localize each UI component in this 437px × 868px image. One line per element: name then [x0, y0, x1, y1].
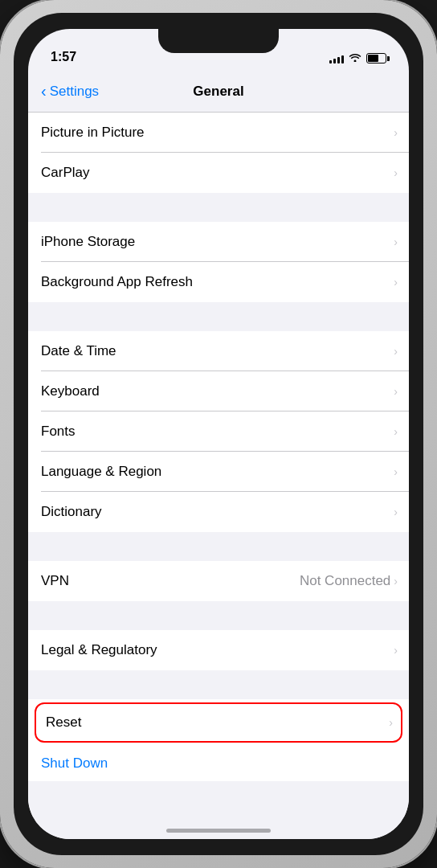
- list-section-4: VPN Not Connected ›: [28, 561, 409, 601]
- list-item-carplay[interactable]: CarPlay ›: [28, 153, 409, 193]
- phone-frame: 1:57: [0, 0, 437, 868]
- back-button[interactable]: ‹ Settings: [41, 83, 99, 100]
- chevron-icon: ›: [389, 716, 393, 729]
- item-label: iPhone Storage: [41, 234, 135, 250]
- item-label: Keyboard: [41, 383, 100, 399]
- list-item-reset[interactable]: Reset ›: [35, 702, 402, 743]
- item-value: Not Connected: [300, 573, 390, 589]
- chevron-icon: ›: [394, 276, 398, 289]
- home-indicator: [166, 829, 271, 833]
- nav-bar: ‹ Settings General: [28, 71, 409, 113]
- back-chevron-icon: ‹: [41, 82, 47, 100]
- screen: 1:57: [28, 29, 409, 839]
- list-item-shutdown[interactable]: Shut Down: [28, 746, 409, 781]
- item-label: Dictionary: [41, 504, 102, 520]
- chevron-icon: ›: [394, 385, 398, 398]
- section-group-1: Picture in Picture › CarPlay ›: [28, 113, 409, 193]
- list-item-background-app-refresh[interactable]: Background App Refresh ›: [28, 262, 409, 302]
- list-section-5: Legal & Regulatory ›: [28, 630, 409, 670]
- list-item-vpn[interactable]: VPN Not Connected ›: [28, 561, 409, 601]
- item-label: Reset: [46, 714, 81, 731]
- chevron-icon: ›: [394, 126, 398, 139]
- wifi-icon: [349, 52, 361, 64]
- settings-content: Picture in Picture › CarPlay ›: [28, 113, 409, 839]
- list-section-3: Date & Time › Keyboard › Fon: [28, 331, 409, 532]
- battery-icon: [366, 53, 386, 63]
- item-label: CarPlay: [41, 165, 89, 181]
- section-group-2: iPhone Storage › Background App Refresh …: [28, 222, 409, 302]
- section-divider-1: [28, 193, 409, 222]
- signal-icon: [329, 54, 344, 63]
- reset-highlight-wrapper: Reset ›: [28, 699, 409, 746]
- chevron-icon: ›: [394, 345, 398, 358]
- page-title: General: [193, 84, 243, 100]
- chevron-icon: ›: [394, 644, 398, 657]
- chevron-icon: ›: [394, 575, 398, 588]
- item-label: Fonts: [41, 424, 76, 440]
- phone-inner: 1:57: [14, 13, 423, 855]
- chevron-icon: ›: [394, 506, 398, 518]
- list-item-language-region[interactable]: Language & Region ›: [28, 452, 409, 492]
- item-label: VPN: [41, 573, 69, 589]
- item-label: Legal & Regulatory: [41, 642, 157, 658]
- list-item-keyboard[interactable]: Keyboard ›: [28, 371, 409, 411]
- chevron-icon: ›: [394, 235, 398, 248]
- bottom-padding: [28, 781, 409, 829]
- section-divider-3: [28, 532, 409, 561]
- list-item-legal-regulatory[interactable]: Legal & Regulatory ›: [28, 630, 409, 670]
- section-divider-5: [28, 670, 409, 699]
- status-time: 1:57: [51, 50, 76, 64]
- list-item-iphone-storage[interactable]: iPhone Storage ›: [28, 222, 409, 262]
- status-icons: [329, 52, 386, 64]
- chevron-icon: ›: [394, 425, 398, 438]
- list-item-date-time[interactable]: Date & Time ›: [28, 331, 409, 371]
- list-section-2: iPhone Storage › Background App Refresh …: [28, 222, 409, 302]
- item-label: Date & Time: [41, 343, 116, 359]
- item-label: Picture in Picture: [41, 125, 145, 141]
- shutdown-label: Shut Down: [41, 755, 108, 772]
- back-label: Settings: [50, 84, 99, 100]
- section-group-3: Date & Time › Keyboard › Fon: [28, 331, 409, 532]
- list-section-6: Reset › Shut Down: [28, 699, 409, 781]
- list-item-fonts[interactable]: Fonts ›: [28, 411, 409, 452]
- chevron-icon: ›: [394, 166, 398, 179]
- section-group-6: Reset › Shut Down: [28, 699, 409, 781]
- chevron-icon: ›: [394, 465, 398, 478]
- section-group-5: Legal & Regulatory ›: [28, 630, 409, 670]
- item-label: Background App Refresh: [41, 274, 193, 290]
- section-group-4: VPN Not Connected ›: [28, 561, 409, 601]
- item-label: Language & Region: [41, 464, 161, 480]
- list-item-dictionary[interactable]: Dictionary ›: [28, 492, 409, 532]
- section-divider-2: [28, 302, 409, 331]
- notch: [158, 29, 279, 53]
- section-divider-4: [28, 601, 409, 630]
- list-item-picture-in-picture[interactable]: Picture in Picture ›: [28, 113, 409, 153]
- list-section-1: Picture in Picture › CarPlay ›: [28, 113, 409, 193]
